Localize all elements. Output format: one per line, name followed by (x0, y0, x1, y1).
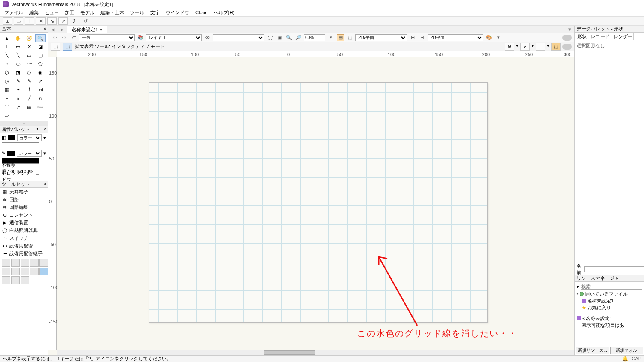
a-tool-icon[interactable]: ⟿ (35, 103, 46, 111)
data-palette-header[interactable]: データパレット - 形状 (575, 26, 644, 33)
zoom-dropdown-icon[interactable]: ▾ (327, 34, 335, 41)
toolset-grid-item[interactable] (2, 268, 10, 275)
autoclass-drop-icon[interactable]: ▾ (547, 43, 550, 51)
spiral2-tool-icon[interactable]: ◎ (2, 77, 12, 85)
offset-tool-icon[interactable]: ⎌ (35, 94, 46, 102)
nav-fwd-icon[interactable]: ⇨ (60, 34, 68, 41)
split-tool-icon[interactable]: ⌇ (24, 86, 34, 94)
collapse-handle[interactable]: ▾ (0, 121, 48, 126)
snap-tangent-icon[interactable]: ↺ (81, 17, 90, 25)
attr-panel-header[interactable]: 属性パレット ? × (0, 126, 48, 133)
new-resource-button[interactable]: 新規リソース... (576, 347, 609, 354)
toolset-grid-item[interactable] (39, 259, 48, 267)
plane-select[interactable]: 2D/平面 (355, 34, 407, 41)
view-select[interactable]: 2D平面 (428, 34, 483, 41)
toolset-grid-item[interactable] (21, 259, 29, 267)
menu-aec[interactable]: 建築・土木 (100, 9, 124, 16)
text-tool-icon[interactable]: T (2, 43, 12, 51)
menu-view[interactable]: ビュー (45, 9, 59, 16)
drawing-canvas[interactable]: この水色のグリッド線を消したい・・ (57, 57, 574, 350)
expand-icon[interactable] (576, 293, 579, 295)
toolset-item[interactable]: ⤳スイッチ (0, 234, 48, 242)
x-ray-icon[interactable]: ✓ (520, 43, 530, 51)
search-dropdown-icon[interactable]: ▾ (577, 284, 579, 290)
toolset-item[interactable]: ▦天井格子 (0, 188, 48, 196)
eyedropper-tool-icon[interactable]: ✎ (13, 77, 23, 85)
clip-tool-icon[interactable]: ⌒ (2, 103, 12, 111)
trim-tool-icon[interactable]: ╱ (24, 94, 34, 102)
toolset-grid-item[interactable] (2, 276, 10, 284)
resource-manager-header[interactable]: リソースマネージャ (575, 275, 644, 282)
fill-color-field[interactable] (2, 142, 39, 148)
layer-select[interactable]: レイヤ-1 (146, 34, 202, 41)
tab-nav-right-icon[interactable]: ► (58, 27, 67, 32)
nav-back-icon[interactable]: ⇦ (51, 34, 58, 41)
smart-opt-icon[interactable]: ⬚ (551, 43, 561, 51)
pen-swatch[interactable] (7, 151, 15, 156)
rotate-tool-icon[interactable]: ✕ (24, 43, 34, 51)
attr-help-icon[interactable]: ? (36, 127, 38, 132)
fit-icon[interactable]: ⛶ (266, 34, 274, 41)
pen-dropdown-icon[interactable]: ▾ (43, 151, 46, 156)
arc-tool-icon[interactable]: ╲ (13, 51, 23, 59)
tab-menu-icon[interactable]: ▾ (565, 27, 574, 32)
snap-smart-icon[interactable]: ↘ (47, 17, 57, 25)
toolset-item[interactable]: ▶通信装置 (0, 219, 48, 226)
toolset-grid-item[interactable] (39, 268, 48, 275)
minimize-button[interactable]: — (629, 2, 641, 7)
auto-class-icon[interactable] (536, 43, 545, 51)
menu-file[interactable]: ファイル (4, 9, 23, 16)
menu-modify[interactable]: 加工 (65, 9, 74, 16)
class-select[interactable]: 一般 (79, 34, 135, 41)
fillet-tool-icon[interactable]: ⌐ (2, 94, 12, 102)
zoom-input[interactable] (304, 34, 325, 41)
toolset-item[interactable]: ≋回路 (0, 196, 48, 203)
connect-tool-icon[interactable]: ⋈ (35, 86, 46, 94)
regular-poly-tool-icon[interactable]: ⬠ (24, 69, 34, 76)
toolset-panel-header[interactable]: ツールセット × (0, 181, 48, 188)
tree-node-fav[interactable]: ★お気に入り (575, 304, 644, 311)
snap-drop-icon[interactable]: ▾ (516, 43, 519, 51)
move-tool-icon[interactable]: ↗ (13, 103, 23, 111)
toolset-grid-item[interactable] (21, 276, 29, 284)
menu-cloud[interactable]: Cloud (195, 10, 208, 15)
chamfer-tool-icon[interactable]: ⨉ (13, 94, 23, 102)
menu-tools[interactable]: ツール (130, 9, 144, 16)
tab-render[interactable]: レンダー (613, 33, 634, 40)
rounded-rect-tool-icon[interactable]: ▢ (35, 51, 46, 59)
menu-window[interactable]: ウインドウ (166, 9, 189, 16)
mode-toggle-switch[interactable] (562, 44, 572, 50)
fill-icon[interactable]: ◧ (2, 135, 6, 141)
multiview-icon[interactable]: ⊟ (418, 34, 426, 41)
selection-tool-icon[interactable]: ▲ (2, 34, 12, 42)
toolset-item[interactable]: ⊷設備用配管 (0, 242, 48, 250)
saved-view-icon[interactable]: 👁 (204, 34, 211, 41)
snap-distance-icon[interactable]: ↗ (58, 17, 68, 25)
menu-help[interactable]: ヘルプ(H) (214, 9, 234, 16)
fill-dropdown-icon[interactable]: ▾ (43, 135, 46, 141)
attr-panel-close-icon[interactable]: × (43, 127, 46, 132)
toolset-grid-item[interactable] (30, 268, 39, 275)
snap-loupe-icon[interactable]: ⚙ (505, 43, 514, 51)
fit-obj-icon[interactable]: ▣ (276, 34, 283, 41)
reshape-tool-icon[interactable]: ✦ (13, 86, 23, 94)
polyline-tool-icon[interactable]: ⬡ (2, 69, 12, 76)
fill-type-select[interactable]: カラー (17, 134, 42, 141)
status-bell-icon[interactable]: 🔔 (622, 356, 628, 362)
toolset-item[interactable]: ⊶設備用配管継手 (0, 250, 48, 257)
snap-grid-icon[interactable]: ⊞ (3, 17, 12, 25)
zoom-tool-icon[interactable]: 🔍 (35, 34, 46, 42)
savedview-select[interactable]: ------ (213, 34, 264, 41)
attr-tool-icon[interactable]: ✎ (24, 77, 34, 85)
toggle-switch[interactable] (562, 35, 572, 41)
toolset-grid-item[interactable] (11, 259, 20, 267)
document-tab[interactable]: 名称未設定1 × (67, 26, 107, 33)
pen-type-select[interactable]: カラー (17, 150, 42, 157)
menu-text[interactable]: 文字 (150, 9, 160, 16)
plane-icon[interactable]: ⬚ (346, 34, 354, 41)
unified-view-icon[interactable]: ⊞ (409, 34, 416, 41)
menu-model[interactable]: モデル (80, 9, 94, 16)
layer-icon[interactable]: 📚 (137, 34, 144, 41)
pen-icon[interactable]: ✎ (2, 151, 6, 156)
spiral-tool-icon[interactable]: ◉ (35, 69, 46, 76)
